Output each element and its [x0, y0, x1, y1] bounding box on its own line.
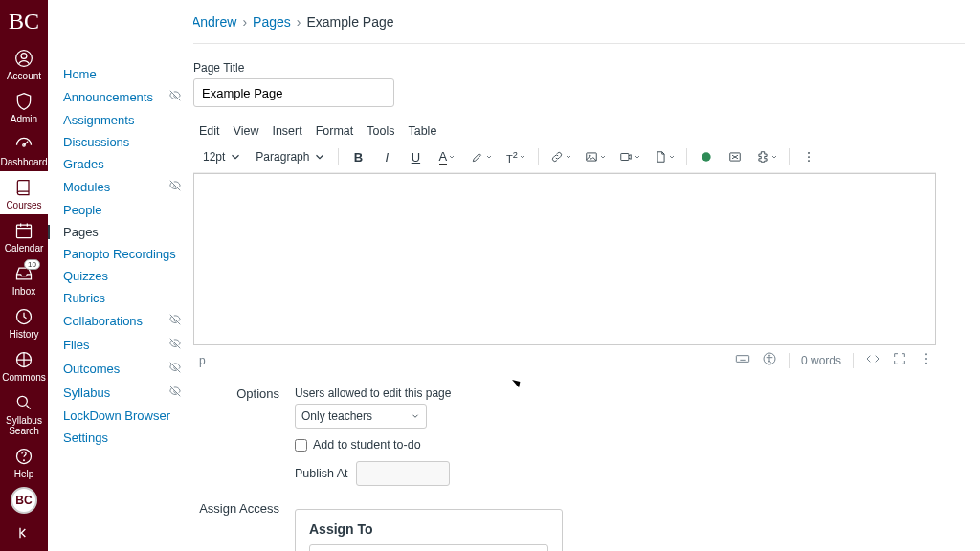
editor-menu-item[interactable]: View — [234, 124, 259, 138]
rail-history[interactable]: History — [0, 300, 48, 343]
course-nav-link[interactable]: LockDown Browser — [63, 408, 170, 423]
course-nav-link[interactable]: Pages — [63, 225, 99, 239]
rail-courses[interactable]: Courses — [0, 171, 48, 214]
brand-logo[interactable]: BC — [0, 0, 48, 42]
editor-menu-item[interactable]: Format — [316, 124, 354, 138]
highlight-icon[interactable] — [467, 145, 496, 168]
editor-menu-item[interactable]: Edit — [199, 124, 220, 138]
collapse-nav-icon[interactable] — [16, 525, 32, 543]
rail-help[interactable]: Help — [0, 440, 48, 483]
course-nav-item[interactable]: Syllabus — [63, 385, 182, 401]
course-nav-item[interactable]: Rubrics — [63, 291, 182, 305]
word-count: 0 words — [801, 354, 841, 367]
editor-menu-item[interactable]: Tools — [367, 124, 394, 138]
svg-rect-11 — [621, 154, 629, 161]
breadcrumb-section[interactable]: Pages — [253, 14, 291, 30]
course-nav-link[interactable]: Quizzes — [63, 269, 108, 283]
course-nav: HomeAnnouncementsAssignmentsDiscussionsG… — [48, 0, 193, 551]
editor-content-area[interactable] — [193, 173, 936, 345]
link-icon[interactable] — [546, 145, 575, 168]
svg-point-20 — [925, 353, 927, 355]
course-nav-link[interactable]: Discussions — [63, 135, 129, 149]
add-todo-input[interactable] — [295, 439, 307, 452]
italic-icon[interactable]: I — [375, 145, 398, 168]
user-avatar[interactable]: BC — [11, 487, 37, 514]
course-nav-link[interactable]: Assignments — [63, 113, 134, 127]
remove-image-icon[interactable] — [724, 145, 746, 168]
course-nav-item[interactable]: Pages — [48, 225, 182, 239]
page-title-input[interactable] — [193, 78, 394, 107]
app-icon[interactable] — [695, 145, 718, 168]
document-icon[interactable] — [650, 145, 679, 168]
global-nav-rail: BC Account Admin Dashboard Courses Calen… — [0, 0, 48, 551]
course-nav-item[interactable]: Modules — [63, 179, 182, 195]
svg-point-1 — [21, 54, 27, 59]
users-edit-select[interactable]: Only teachers — [295, 404, 427, 429]
course-nav-item[interactable]: Home — [63, 67, 182, 81]
plugin-icon[interactable] — [752, 145, 781, 168]
rail-calendar[interactable]: Calendar — [0, 214, 48, 257]
course-nav-link[interactable]: Announcements — [63, 90, 153, 104]
keyboard-icon[interactable] — [735, 351, 750, 369]
course-nav-item[interactable]: LockDown Browser — [63, 408, 182, 423]
course-nav-item[interactable]: Announcements — [63, 89, 182, 105]
course-nav-link[interactable]: Home — [63, 67, 97, 81]
media-icon[interactable] — [615, 145, 644, 168]
rail-syllabus-search[interactable]: Syllabus Search — [0, 386, 48, 440]
superscript-icon[interactable]: T2 — [501, 145, 530, 168]
svg-point-21 — [925, 358, 927, 360]
course-nav-link[interactable]: Grades — [63, 157, 104, 171]
course-nav-link[interactable]: People — [63, 203, 101, 217]
editor-menu-item[interactable]: Insert — [272, 124, 301, 138]
course-nav-link[interactable]: Modules — [63, 180, 110, 194]
image-icon[interactable] — [581, 145, 610, 168]
course-nav-item[interactable]: Panopto Recordings — [63, 247, 182, 261]
course-nav-item[interactable]: Outcomes — [63, 361, 182, 377]
rail-label: Courses — [6, 200, 41, 210]
course-nav-item[interactable]: Assignments — [63, 113, 182, 127]
course-nav-link[interactable]: Rubrics — [63, 291, 105, 305]
rail-dashboard[interactable]: Dashboard — [0, 128, 48, 171]
rail-account[interactable]: Account — [0, 42, 48, 85]
add-todo-checkbox[interactable]: Add to student to-do — [295, 438, 451, 452]
rail-label: Syllabus Search — [0, 415, 48, 436]
editor-menu-item[interactable]: Table — [408, 124, 436, 138]
underline-icon[interactable]: U — [404, 145, 427, 168]
bold-icon[interactable]: B — [346, 145, 369, 168]
text-color-icon[interactable]: A — [433, 145, 461, 168]
course-nav-link[interactable]: Collaborations — [63, 314, 143, 328]
breadcrumb-site[interactable]: Practice Site for Andrew — [193, 14, 236, 30]
gauge-icon — [13, 134, 34, 155]
publish-at-input[interactable] — [356, 461, 450, 486]
svg-rect-3 — [17, 225, 32, 237]
block-format-select[interactable]: Paragraph — [252, 148, 330, 165]
course-nav-item[interactable]: Discussions — [63, 135, 182, 149]
inbox-badge: 10 — [24, 259, 40, 270]
accessibility-icon[interactable] — [762, 351, 777, 369]
font-size-select[interactable]: 12pt — [199, 148, 246, 165]
course-nav-item[interactable]: Grades — [63, 157, 182, 171]
course-nav-item[interactable]: Collaborations — [63, 313, 182, 329]
course-nav-link[interactable]: Outcomes — [63, 362, 120, 376]
more-icon[interactable] — [797, 145, 820, 168]
rail-commons[interactable]: Commons — [0, 343, 48, 386]
rail-admin[interactable]: Admin — [0, 85, 48, 128]
rail-label: Help — [14, 469, 34, 479]
assign-to-input[interactable]: Everyone ✕ — [309, 544, 548, 551]
svg-point-19 — [768, 355, 769, 356]
course-nav-link[interactable]: Syllabus — [63, 386, 110, 400]
course-nav-item[interactable]: Quizzes — [63, 269, 182, 283]
html-view-icon[interactable] — [865, 351, 880, 369]
users-edit-label: Users allowed to edit this page — [295, 386, 451, 400]
rail-inbox[interactable]: 10 Inbox — [0, 257, 48, 300]
course-nav-item[interactable]: Settings — [63, 430, 182, 445]
fullscreen-icon[interactable] — [892, 351, 907, 369]
course-nav-link[interactable]: Panopto Recordings — [63, 247, 176, 261]
course-nav-item[interactable]: People — [63, 203, 182, 217]
course-nav-item[interactable]: Files — [63, 337, 182, 353]
course-nav-link[interactable]: Settings — [63, 430, 108, 445]
options-label: Options — [193, 386, 279, 486]
kebab-icon[interactable] — [919, 351, 934, 369]
rail-label: Admin — [11, 114, 37, 124]
course-nav-link[interactable]: Files — [63, 338, 89, 352]
